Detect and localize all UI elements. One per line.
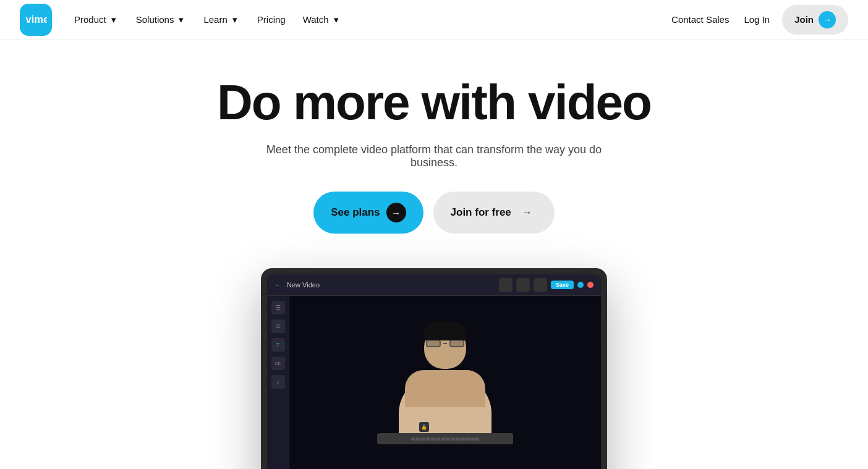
app-sidebar: ☰ ☰ T cc ♪	[267, 296, 289, 469]
app-topbar-left: ← New Video	[274, 281, 320, 289]
back-icon: ←	[274, 281, 282, 289]
app-topbar-right: Save	[499, 278, 594, 292]
save-button[interactable]: Save	[551, 281, 574, 289]
close-dot-icon	[587, 282, 594, 288]
see-plans-button[interactable]: See plans →	[313, 192, 423, 234]
lock-icon: 🔒	[419, 422, 429, 432]
video-area: 🔒	[289, 296, 601, 469]
join-button[interactable]: Join →	[782, 5, 848, 35]
product-chevron-icon: ▾	[109, 15, 119, 25]
login-link[interactable]: Log In	[741, 9, 772, 30]
undo-icon[interactable]	[499, 278, 513, 292]
redo-icon[interactable]	[516, 278, 530, 292]
nav-pricing[interactable]: Pricing	[250, 9, 293, 30]
hero-title: Do more with video	[217, 77, 651, 129]
laptop-screen-outer: ← New Video Save	[261, 268, 607, 469]
sidebar-text-icon[interactable]: T	[271, 338, 285, 352]
learn-chevron-icon: ▾	[230, 15, 240, 25]
laptop-screen: ← New Video Save	[267, 274, 601, 469]
sidebar-icon-1[interactable]: ☰	[271, 301, 285, 315]
hero-subtitle: Meet the complete video platform that ca…	[249, 143, 619, 169]
app-title: New Video	[287, 281, 320, 289]
nav-links: Product ▾ Solutions ▾ Learn ▾ Pricing Wa…	[67, 9, 669, 30]
sidebar-audio-icon[interactable]: ♪	[271, 375, 285, 389]
hero-section: Do more with video Meet the complete vid…	[0, 40, 868, 469]
see-plans-arrow-icon: →	[386, 203, 406, 222]
solutions-chevron-icon: ▾	[176, 15, 186, 25]
sidebar-cc-icon[interactable]: cc	[271, 357, 285, 370]
nav-watch[interactable]: Watch ▾	[296, 9, 349, 30]
nav-solutions[interactable]: Solutions ▾	[129, 9, 194, 30]
app-main-content: ☰ ☰ T cc ♪	[267, 296, 601, 469]
nav-learn[interactable]: Learn ▾	[196, 9, 247, 30]
app-topbar: ← New Video Save	[267, 274, 601, 296]
settings-icon[interactable]	[534, 278, 547, 292]
nav-right: Contact Sales Log In Join →	[669, 5, 848, 35]
sidebar-icon-2[interactable]: ☰	[271, 319, 285, 333]
logo[interactable]: vimeo	[20, 4, 52, 36]
contact-sales-link[interactable]: Contact Sales	[669, 9, 731, 30]
hero-cta-group: See plans → Join for free →	[313, 192, 555, 234]
svg-text:vimeo: vimeo	[26, 14, 47, 25]
dot-icon	[577, 282, 584, 288]
keyboard	[377, 433, 513, 444]
navbar: vimeo Product ▾ Solutions ▾ Learn ▾ Pric…	[0, 0, 868, 40]
join-free-button[interactable]: Join for free →	[433, 192, 555, 234]
join-free-arrow-icon: →	[517, 203, 537, 222]
video-person: 🔒	[359, 321, 532, 444]
join-arrow-icon: →	[819, 11, 836, 28]
watch-chevron-icon: ▾	[331, 15, 341, 25]
nav-product[interactable]: Product ▾	[67, 9, 126, 30]
laptop-mockup: ← New Video Save	[261, 268, 607, 469]
